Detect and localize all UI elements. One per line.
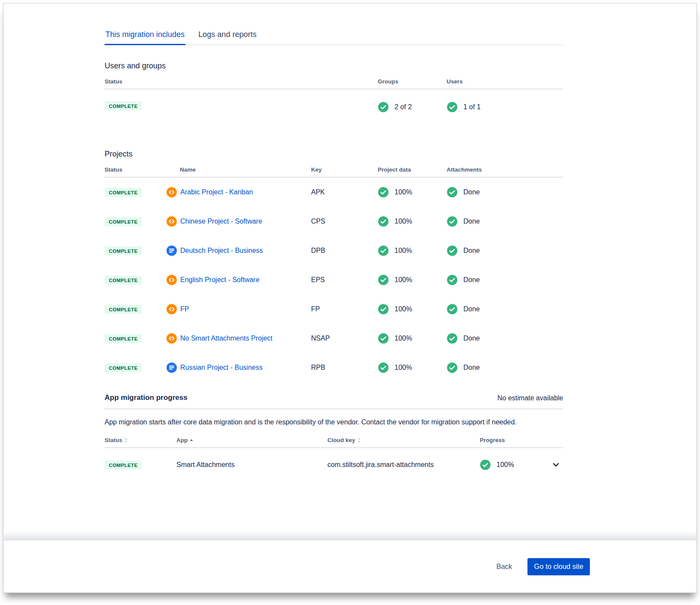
users-groups-table-header: Status Groups Users — [105, 78, 563, 89]
status-badge: COMPLETE — [105, 188, 142, 197]
project-data-cell: 100% — [378, 274, 447, 286]
app-name: Smart Attachments — [176, 461, 327, 469]
business-project-icon — [166, 245, 177, 256]
project-data-cell: 100% — [378, 216, 447, 227]
projects-title: Projects — [105, 150, 563, 159]
go-to-cloud-site-button[interactable]: Go to cloud site — [527, 558, 590, 575]
project-data-percent: 100% — [395, 188, 412, 196]
groups-count: 2 of 2 — [395, 103, 412, 111]
app-progress-cell: 100% — [480, 459, 550, 470]
check-circle-icon — [378, 245, 389, 256]
project-data-percent: 100% — [395, 335, 412, 342]
project-name-link[interactable]: FP — [180, 305, 189, 313]
project-name-link[interactable]: English Project - Software — [180, 276, 259, 284]
project-key: RPB — [311, 364, 378, 372]
project-data-cell: 100% — [378, 304, 447, 315]
software-project-icon — [166, 304, 177, 315]
check-circle-icon — [378, 333, 389, 344]
project-key: FP — [311, 305, 378, 313]
attachments-cell: Done — [447, 216, 563, 227]
project-row: COMPLETE FP FP 100% Done — [105, 295, 563, 324]
status-badge: COMPLETE — [105, 276, 142, 285]
status-badge: COMPLETE — [105, 305, 142, 314]
project-name-link[interactable]: Deutsch Project - Business — [180, 247, 263, 255]
attachments-cell: Done — [447, 187, 563, 198]
column-progress: Progress — [480, 437, 550, 443]
back-button[interactable]: Back — [496, 562, 512, 571]
attachments-status: Done — [463, 335, 480, 342]
app-row: COMPLETE Smart Attachments com.stiltsoft… — [105, 448, 563, 470]
check-circle-icon — [447, 274, 458, 286]
project-key: NSAP — [311, 335, 378, 342]
project-row: COMPLETE English Project - Software EPS … — [105, 265, 563, 295]
app-progress-percent: 100% — [496, 461, 514, 469]
software-project-icon — [166, 274, 177, 286]
project-name-link[interactable]: Arabic Project - Kanban — [180, 188, 253, 196]
expand-row-button[interactable] — [550, 459, 561, 470]
status-badge: COMPLETE — [105, 461, 142, 470]
users-groups-row: COMPLETE 2 of 2 1 of 1 — [105, 89, 563, 150]
triangle-up-icon — [189, 438, 194, 442]
project-name-link[interactable]: Russian Project - Business — [180, 364, 262, 372]
column-name: Name — [166, 166, 311, 173]
attachments-cell: Done — [447, 333, 563, 344]
users-and-groups-title: Users and groups — [105, 61, 563, 71]
project-key: APK — [311, 188, 378, 196]
status-badge: COMPLETE — [105, 363, 142, 372]
column-users: Users — [447, 78, 563, 85]
attachments-cell: Done — [447, 274, 563, 286]
check-circle-icon — [447, 304, 458, 315]
tab-this-migration-includes[interactable]: This migration includes — [105, 30, 185, 45]
project-row: COMPLETE No Smart Attachments Project NS… — [105, 324, 563, 353]
projects-table-body: COMPLETE Arabic Project - Kanban APK 100… — [105, 178, 563, 382]
projects-table-header: Status Name Key Project data Attachments — [105, 166, 563, 178]
project-key: CPS — [311, 218, 378, 225]
project-data-cell: 100% — [378, 362, 447, 373]
column-status: Status — [105, 78, 378, 85]
migration-details-panel: This migration includes Logs and reports… — [3, 3, 697, 593]
column-groups: Groups — [378, 78, 447, 85]
column-app-sortable[interactable]: App — [176, 437, 327, 443]
attachments-status: Done — [463, 364, 480, 372]
software-project-icon — [166, 333, 177, 344]
check-circle-icon — [378, 101, 389, 113]
check-circle-icon — [378, 362, 389, 373]
footer-bar: Back Go to cloud site — [3, 541, 697, 593]
business-project-icon — [166, 362, 177, 373]
project-name-link[interactable]: No Smart Attachments Project — [180, 335, 272, 342]
estimate-note: No estimate available — [497, 394, 563, 402]
check-circle-icon — [378, 274, 389, 286]
attachments-status: Done — [463, 218, 480, 225]
check-circle-icon — [447, 216, 458, 227]
project-row: COMPLETE Chinese Project - Software CPS … — [105, 207, 563, 236]
attachments-status: Done — [463, 305, 480, 313]
column-cloud-key-sortable[interactable]: Cloud key — [327, 437, 480, 443]
sort-arrows-icon — [124, 437, 128, 443]
project-row: COMPLETE Deutsch Project - Business DPB … — [105, 236, 563, 265]
project-row: COMPLETE Russian Project - Business RPB … — [105, 353, 563, 382]
software-project-icon — [166, 216, 177, 227]
status-badge: COMPLETE — [105, 334, 142, 343]
project-name-link[interactable]: Chinese Project - Software — [180, 218, 262, 225]
project-data-cell: 100% — [378, 245, 447, 256]
users-count: 1 of 1 — [463, 103, 481, 111]
project-data-cell: 100% — [378, 333, 447, 344]
check-circle-icon — [447, 101, 458, 113]
project-key: DPB — [311, 247, 378, 255]
app-migration-description: App migration starts after core data mig… — [105, 418, 563, 427]
chevron-down-icon — [552, 461, 560, 469]
status-badge: COMPLETE — [105, 246, 142, 255]
status-badge: COMPLETE — [105, 217, 142, 226]
app-table-body: COMPLETE Smart Attachments com.stiltsoft… — [105, 448, 563, 470]
footer-scroll-shadow — [4, 531, 696, 541]
status-badge: COMPLETE — [105, 101, 142, 111]
column-status-sortable[interactable]: Status — [105, 437, 176, 443]
main-content: This migration includes Logs and reports… — [105, 3, 563, 470]
tab-logs-and-reports[interactable]: Logs and reports — [197, 30, 257, 44]
check-circle-icon — [447, 362, 458, 373]
users-count-cell: 1 of 1 — [447, 101, 563, 113]
column-key: Key — [311, 166, 378, 173]
sort-arrows-icon — [357, 437, 361, 443]
check-circle-icon — [447, 245, 458, 256]
tab-bar: This migration includes Logs and reports — [105, 30, 563, 45]
